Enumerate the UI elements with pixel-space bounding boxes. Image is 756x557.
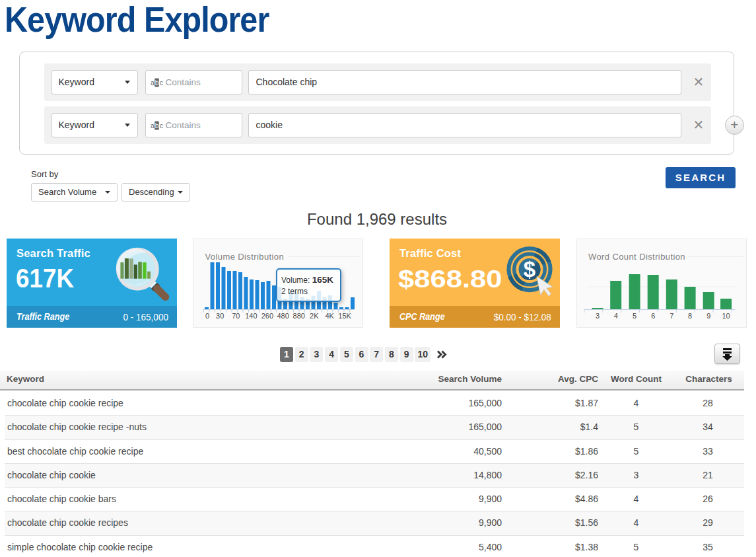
svg-text:c: c <box>159 79 162 87</box>
svg-text:2K: 2K <box>310 312 319 320</box>
svg-text:260: 260 <box>261 312 273 320</box>
svg-text:10: 10 <box>722 312 730 320</box>
svg-text:0: 0 <box>205 312 209 320</box>
svg-text:70: 70 <box>232 312 240 320</box>
svg-text:140: 140 <box>245 312 257 320</box>
svg-text:9: 9 <box>706 312 710 320</box>
svg-text:a: a <box>151 79 155 87</box>
svg-text:c: c <box>159 122 162 130</box>
svg-text:880: 880 <box>293 312 305 320</box>
svg-text:3: 3 <box>596 312 600 320</box>
svg-text:8: 8 <box>688 312 692 320</box>
svg-text:$: $ <box>524 257 535 281</box>
svg-text:a: a <box>151 122 155 130</box>
svg-text:30: 30 <box>216 312 224 320</box>
svg-text:b: b <box>155 79 158 87</box>
svg-text:15K: 15K <box>338 312 351 320</box>
svg-text:5: 5 <box>633 312 636 320</box>
svg-text:b: b <box>155 122 158 130</box>
svg-text:4: 4 <box>614 312 618 320</box>
svg-text:6: 6 <box>651 312 655 320</box>
svg-text:7: 7 <box>670 312 673 320</box>
svg-text:480: 480 <box>277 312 289 320</box>
svg-text:4K: 4K <box>325 312 334 320</box>
